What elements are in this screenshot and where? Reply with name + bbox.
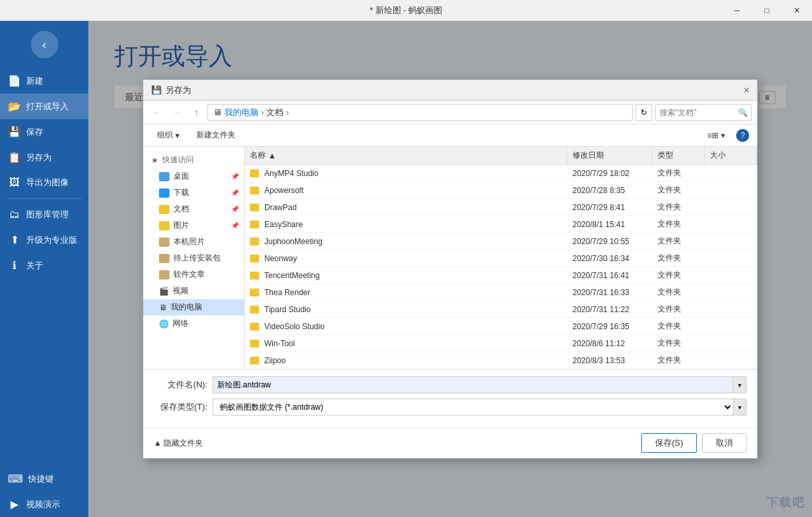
- sidebar-item-label: 图形库管理: [26, 209, 69, 221]
- left-item-pictures[interactable]: 图片 📌: [143, 217, 244, 234]
- file-name-cell: Win-Tool: [245, 336, 567, 351]
- table-row[interactable]: EasyShare 2020/8/1 15:41 文件夹: [245, 216, 757, 233]
- minimize-button[interactable]: ─: [722, 0, 752, 21]
- table-row[interactable]: Neonway 2020/7/30 16:34 文件夹: [245, 250, 757, 267]
- sidebar-back-button[interactable]: ‹: [31, 31, 58, 58]
- left-item-upload[interactable]: 待上传安装包: [143, 250, 244, 266]
- desktop-folder-icon: [159, 172, 169, 181]
- left-item-desktop[interactable]: 桌面 📌: [143, 168, 244, 185]
- search-button[interactable]: 🔍: [734, 104, 751, 121]
- filetype-dropdown-arrow[interactable]: ▾: [733, 399, 747, 416]
- file-type-cell: 文件夹: [652, 301, 705, 317]
- quick-access-label: 快速访问: [162, 154, 194, 166]
- nav-forward-button[interactable]: →: [168, 104, 185, 121]
- network-icon: 🌐: [159, 319, 169, 329]
- software-folder-icon: [159, 270, 169, 279]
- file-date-cell: 2020/7/31 16:41: [567, 268, 652, 283]
- upload-folder-icon: [159, 254, 169, 263]
- table-row[interactable]: AnyMP4 Studio 2020/7/29 18:02 文件夹: [245, 165, 757, 182]
- table-row[interactable]: Tipard Studio 2020/7/31 11:22 文件夹: [245, 301, 757, 318]
- new-folder-button[interactable]: 新建文件夹: [190, 127, 241, 143]
- cancel-button[interactable]: 取消: [702, 433, 747, 453]
- nav-back-button[interactable]: ←: [149, 104, 166, 121]
- sidebar-item-label: 导出为图像: [26, 177, 69, 188]
- file-name-text: TencentMeeting: [264, 271, 320, 280]
- pictures-folder-icon: [159, 221, 169, 230]
- title-bar: * 新绘图 - 蚂蚁画图 ─ □ ✕: [0, 0, 812, 21]
- file-size-cell: [705, 341, 757, 346]
- refresh-button[interactable]: ↻: [635, 104, 652, 121]
- table-row[interactable]: Apowersoft 2020/7/28 8:35 文件夹: [245, 182, 757, 199]
- folder-icon: [250, 169, 259, 177]
- folder-icon: [250, 238, 259, 245]
- file-size-cell: [705, 358, 757, 363]
- sidebar-item-demo[interactable]: ▶ 视频演示: [0, 491, 88, 517]
- breadcrumb-part2: 文档: [266, 107, 283, 118]
- sidebar-item-saveas[interactable]: 📋 另存为: [0, 145, 88, 170]
- search-input[interactable]: [656, 105, 734, 120]
- left-item-downloads[interactable]: 下载 📌: [143, 185, 244, 201]
- sidebar-item-upgrade[interactable]: ⬆ 升级为专业版: [0, 227, 88, 253]
- table-row[interactable]: Thea Render 2020/7/31 16:33 文件夹: [245, 284, 757, 301]
- dialog-title-bar: 💾 另存为 ✕: [143, 80, 757, 101]
- filetype-select[interactable]: 蚂蚁画图数据文件 (*.antdraw): [213, 399, 733, 416]
- dialog-title-icon: 💾: [151, 85, 162, 95]
- software-label: 软件文章: [173, 269, 205, 280]
- photos-label: 本机照片: [173, 236, 205, 247]
- sidebar-item-label: 另存为: [26, 152, 52, 164]
- filename-dropdown-arrow[interactable]: ▾: [733, 376, 747, 393]
- table-row[interactable]: TencentMeeting 2020/7/31 16:41 文件夹: [245, 267, 757, 284]
- file-type-cell: 文件夹: [652, 267, 705, 283]
- quick-access-header[interactable]: ★ 快速访问: [143, 152, 244, 168]
- library-icon: 🗂: [8, 209, 21, 221]
- left-item-photos[interactable]: 本机照片: [143, 234, 244, 250]
- left-item-documents[interactable]: 文档 📌: [143, 201, 244, 217]
- sidebar-item-open[interactable]: 📂 打开或导入: [0, 94, 88, 119]
- organize-button[interactable]: 组织 ▾: [151, 127, 185, 143]
- close-button[interactable]: ✕: [782, 0, 812, 21]
- filetype-label: 保存类型(T):: [154, 401, 213, 413]
- pin-icon: 📌: [231, 173, 239, 180]
- filetype-row: 保存类型(T): 蚂蚁画图数据文件 (*.antdraw) ▾: [154, 399, 747, 416]
- dialog-title-text: 另存为: [166, 84, 191, 96]
- table-row[interactable]: DrawPad 2020/7/29 8:41 文件夹: [245, 199, 757, 216]
- folder-icon: [250, 255, 259, 262]
- saveas-icon: 📋: [8, 151, 21, 164]
- help-button[interactable]: ?: [736, 129, 749, 142]
- sidebar-divider: [7, 198, 82, 199]
- sidebar-item-export[interactable]: 🖼 导出为图像: [0, 170, 88, 195]
- hide-folders-button[interactable]: ▲ 隐藏文件夹: [154, 438, 203, 449]
- table-row[interactable]: Ziipoo 2020/8/3 13:53 文件夹: [245, 352, 757, 369]
- filename-input[interactable]: [213, 376, 733, 393]
- sidebar-item-about[interactable]: ℹ 关于: [0, 253, 88, 278]
- sidebar-item-label: 升级为专业版: [26, 234, 77, 246]
- col-type-header[interactable]: 类型: [652, 147, 705, 164]
- table-row[interactable]: VideoSolo Studio 2020/7/29 16:35 文件夹: [245, 318, 757, 335]
- dialog-close-button[interactable]: ✕: [739, 82, 754, 98]
- folder-icon: [250, 340, 259, 348]
- col-size-header[interactable]: 大小: [705, 147, 757, 164]
- col-name-header[interactable]: 名称 ▲: [245, 147, 567, 164]
- view-button[interactable]: ≡⊞ ▾: [701, 128, 731, 143]
- sidebar-item-shortcut[interactable]: ⌨ 快捷键: [0, 466, 88, 491]
- left-item-video[interactable]: 🎬 视频: [143, 283, 244, 299]
- sidebar-item-save[interactable]: 💾 保存: [0, 119, 88, 145]
- file-size-cell: [705, 290, 757, 295]
- shortcut-icon: ⌨: [8, 472, 23, 485]
- file-size-cell: [705, 222, 757, 227]
- file-name-cell: AnyMP4 Studio: [245, 166, 567, 181]
- save-button[interactable]: 保存(S): [641, 433, 697, 453]
- folder-icon: [250, 323, 259, 330]
- export-icon: 🖼: [8, 177, 21, 188]
- col-date-header[interactable]: 修改日期: [567, 147, 652, 164]
- sidebar-item-new[interactable]: 📄 新建: [0, 68, 88, 94]
- maximize-button[interactable]: □: [752, 0, 782, 21]
- left-item-network[interactable]: 🌐 网络: [143, 315, 244, 332]
- nav-up-button[interactable]: ↑: [188, 104, 205, 121]
- table-row[interactable]: JuphoonMeeting 2020/7/29 10:55 文件夹: [245, 233, 757, 250]
- file-date-cell: 2020/8/6 11:12: [567, 336, 652, 351]
- table-row[interactable]: Win-Tool 2020/8/6 11:12 文件夹: [245, 335, 757, 352]
- left-item-software[interactable]: 软件文章: [143, 266, 244, 283]
- sidebar-item-library[interactable]: 🗂 图形库管理: [0, 202, 88, 227]
- left-item-mycomputer[interactable]: 🖥 我的电脑: [143, 299, 244, 315]
